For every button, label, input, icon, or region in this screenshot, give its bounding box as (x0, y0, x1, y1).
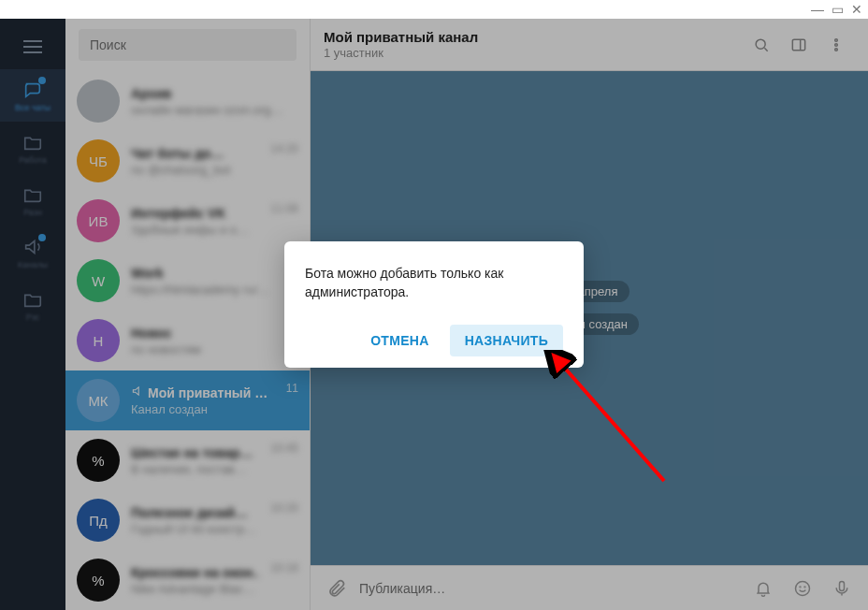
dialog-message: Бота можно добавить только как администр… (305, 264, 563, 302)
window-close-button[interactable]: ✕ (851, 3, 862, 16)
cancel-button[interactable]: ОТМЕНА (355, 325, 443, 356)
modal-overlay[interactable]: Бота можно добавить только как администр… (0, 19, 868, 610)
window-titlebar: — ▭ ✕ (0, 0, 868, 19)
window-minimize-button[interactable]: — (811, 3, 824, 16)
assign-button[interactable]: НАЗНАЧИТЬ (450, 325, 563, 356)
confirm-dialog: Бота можно добавить только как администр… (284, 241, 584, 368)
window-maximize-button[interactable]: ▭ (832, 3, 844, 16)
